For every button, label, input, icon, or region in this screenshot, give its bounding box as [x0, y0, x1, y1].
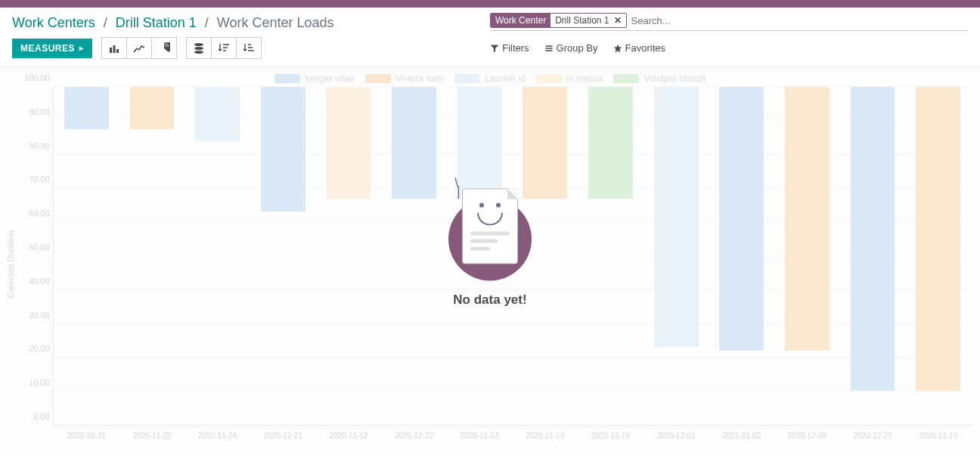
sort-asc-icon[interactable] — [236, 37, 262, 59]
svg-point-5 — [194, 51, 203, 54]
svg-rect-2 — [116, 49, 119, 53]
bar[interactable] — [719, 87, 764, 351]
legend-swatch — [454, 74, 480, 83]
y-axis-title: Expected Duration — [6, 230, 15, 299]
search-facet-workcenter: Work Center Drill Station 1 ✕ — [490, 13, 627, 28]
x-label: 2020-12-09 — [774, 432, 840, 440]
bar[interactable] — [195, 87, 240, 141]
legend-item[interactable]: Volutpat blandit — [613, 73, 706, 84]
bar-slot: 2020-11-24 — [185, 87, 250, 425]
bar[interactable] — [851, 87, 895, 391]
legend-item[interactable]: In massa — [536, 73, 603, 84]
chart-legend: Integer vitaeViverra namLaoreet idIn mas… — [0, 67, 980, 87]
x-label: 2020-11-15 — [905, 432, 971, 440]
x-label: 2020-12-01 — [644, 432, 709, 440]
bar[interactable] — [261, 87, 305, 212]
x-label: 2020-11-23 — [447, 432, 513, 440]
y-tick: 80.00 — [29, 141, 50, 150]
legend-label: Laoreet id — [485, 73, 525, 84]
bar[interactable] — [64, 87, 109, 129]
legend-item[interactable]: Viverra nam — [365, 73, 444, 84]
chart-type-group — [101, 37, 177, 59]
star-icon — [613, 44, 622, 53]
y-axis: 0.0010.0020.0030.0040.0050.0060.0070.008… — [20, 87, 50, 425]
breadcrumb-separator: / — [104, 15, 107, 30]
bar[interactable] — [130, 87, 175, 129]
breadcrumb-separator: / — [205, 15, 209, 30]
toolbar: MEASURES ▸ Filters Group By — [0, 31, 980, 67]
facet-value: Drill Station 1 — [550, 14, 612, 27]
breadcrumb-link-workcenters[interactable]: Work Centers — [12, 15, 95, 30]
groupby-button[interactable]: Group By — [544, 42, 598, 54]
x-label: 2021-01-02 — [709, 432, 774, 440]
x-label: 2020-10-31 — [54, 432, 119, 440]
breadcrumb-current: Work Center Loads — [217, 15, 334, 30]
svg-rect-1 — [113, 45, 115, 53]
header-row: Work Centers / Drill Station 1 / Work Ce… — [0, 8, 980, 31]
bar-chart-icon[interactable] — [101, 37, 127, 59]
legend-swatch — [536, 74, 562, 83]
nodata-text: No data yet! — [448, 292, 532, 308]
bar-slot: 2020-10-31 — [54, 87, 119, 425]
x-label: 2020-12-22 — [381, 432, 447, 440]
spark-icon: \ | — [453, 179, 461, 196]
bar-slot: 2020-11-15 — [905, 87, 971, 425]
list-icon — [544, 44, 554, 53]
legend-swatch — [365, 74, 391, 83]
bar-slot: 2020-12-21 — [250, 87, 316, 425]
measures-button[interactable]: MEASURES ▸ — [12, 39, 92, 58]
stacked-icon[interactable] — [186, 37, 212, 59]
sort-desc-icon[interactable] — [211, 37, 237, 59]
facet-remove-icon[interactable]: ✕ — [612, 14, 626, 27]
groupby-label: Group By — [557, 42, 598, 54]
measures-label: MEASURES — [20, 43, 75, 54]
search-input[interactable] — [631, 12, 968, 29]
bar[interactable] — [785, 87, 830, 351]
legend-label: Integer vitae — [305, 73, 355, 84]
favorites-label: Favorites — [625, 42, 665, 54]
nodata-overlay: \ | No data yet! — [448, 197, 532, 308]
legend-swatch — [274, 74, 300, 83]
filters-button[interactable]: Filters — [490, 42, 529, 54]
bar[interactable] — [523, 87, 567, 199]
bar[interactable] — [457, 87, 502, 199]
favorites-button[interactable]: Favorites — [613, 42, 665, 54]
breadcrumb: Work Centers / Drill Station 1 / Work Ce… — [12, 11, 490, 31]
y-tick: 10.00 — [29, 378, 50, 387]
facet-label: Work Center — [491, 14, 550, 27]
chart-area: Integer vitaeViverra namLaoreet idIn mas… — [0, 67, 980, 460]
y-tick: 90.00 — [29, 107, 50, 116]
legend-item[interactable]: Integer vitae — [274, 73, 355, 84]
bar-slot: 2020-11-12 — [316, 87, 382, 425]
breadcrumb-link-drillstation[interactable]: Drill Station 1 — [116, 15, 197, 30]
x-label: 2020-11-12 — [316, 432, 382, 440]
bar[interactable] — [588, 87, 633, 199]
bar[interactable] — [654, 87, 699, 347]
bar-slot: 2020-12-09 — [774, 87, 840, 425]
x-label: 2020-11-13 — [512, 432, 578, 440]
filters-label: Filters — [502, 42, 529, 54]
legend-label: Volutpat blandit — [644, 73, 706, 84]
svg-rect-0 — [110, 48, 112, 53]
funnel-icon — [490, 44, 499, 53]
svg-point-4 — [194, 47, 203, 50]
search-area: Work Center Drill Station 1 ✕ — [490, 12, 968, 31]
y-tick: 60.00 — [29, 209, 50, 218]
legend-item[interactable]: Laoreet id — [454, 73, 525, 84]
y-tick: 40.00 — [29, 277, 50, 286]
document-icon — [462, 188, 518, 264]
caret-right-icon: ▸ — [79, 44, 84, 52]
bar-slot: 2021-01-02 — [709, 87, 774, 425]
legend-label: In massa — [566, 73, 603, 84]
x-label: 2020-12-27 — [840, 432, 906, 440]
svg-point-3 — [194, 43, 203, 46]
pie-chart-icon[interactable] — [151, 37, 177, 59]
x-label: 2020-11-22 — [119, 432, 185, 440]
line-chart-icon[interactable] — [126, 37, 152, 59]
bar-slot: 2020-12-27 — [840, 87, 906, 425]
top-bar — [0, 0, 980, 8]
bar[interactable] — [326, 87, 371, 199]
y-tick: 20.00 — [29, 344, 50, 353]
bar[interactable] — [392, 87, 436, 199]
bar[interactable] — [916, 87, 960, 391]
